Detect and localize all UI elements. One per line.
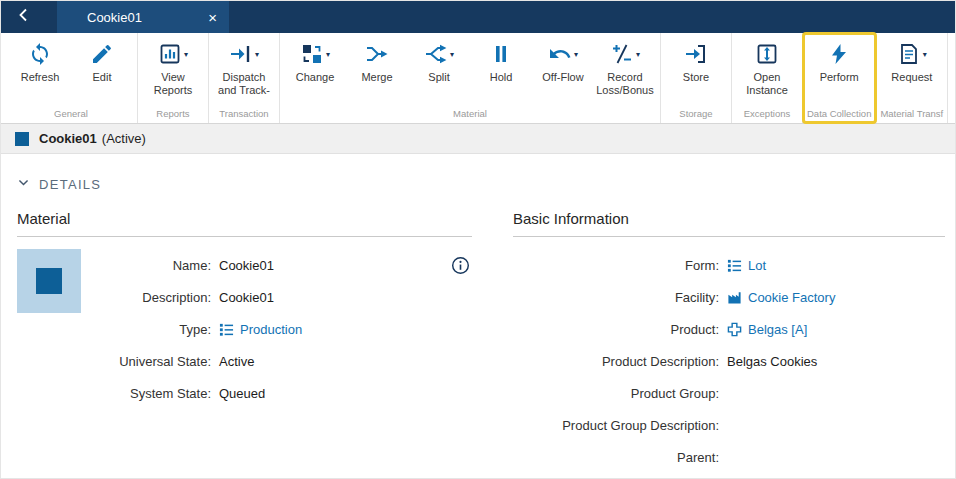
ribbon-group-caption: Material Transf bbox=[880, 106, 943, 123]
details-toggle[interactable]: DETAILS bbox=[17, 176, 127, 192]
ribbon-group-caption: Exceptions bbox=[744, 106, 790, 123]
open-instance-icon bbox=[755, 40, 779, 68]
product-description-label: Product Description bbox=[513, 354, 719, 369]
record-loss-bonus-button[interactable]: ▾Record Loss/Bonus bbox=[594, 33, 656, 97]
section-basic-information: Basic Information FormLotFacilityCookie … bbox=[513, 198, 945, 473]
material-image-square bbox=[36, 268, 62, 294]
ribbon: RefreshEditGeneral▾View ReportsReports▾D… bbox=[1, 33, 955, 124]
ribbon-button-label: Hold bbox=[490, 71, 513, 84]
ribbon-group-reports: ▾View ReportsReports bbox=[138, 33, 209, 123]
record-loss-bonus-icon: ▾ bbox=[610, 40, 640, 68]
fields-0: NameCookie01DescriptionCookie01TypeProdu… bbox=[99, 249, 472, 409]
ribbon-group-buttons: Store bbox=[665, 33, 727, 106]
field-row-form: FormLot bbox=[513, 249, 945, 281]
product-value[interactable]: Belgas [A] bbox=[727, 322, 807, 337]
instance-title: Cookie01 bbox=[39, 131, 97, 146]
chevron-down-icon bbox=[17, 176, 30, 192]
refresh-icon bbox=[28, 40, 52, 68]
list-icon bbox=[219, 322, 234, 337]
ribbon-group-data-collection: PerformData Collection bbox=[803, 33, 876, 123]
dropdown-caret-icon: ▾ bbox=[255, 50, 259, 59]
perform-icon bbox=[827, 40, 851, 68]
type-label: Type bbox=[99, 322, 211, 337]
merge-button[interactable]: Merge bbox=[346, 33, 408, 84]
product-label: Product bbox=[513, 322, 719, 337]
field-row-parent: Parent bbox=[513, 441, 945, 473]
ribbon-group-caption: Storage bbox=[679, 106, 712, 123]
field-row-universal-state: Universal StateActive bbox=[99, 345, 472, 377]
ribbon-group-transaction: ▾Dispatch and Track-Transaction bbox=[209, 33, 280, 123]
ribbon-group-buttons: Open Instance bbox=[736, 33, 798, 106]
section-material: Material NameCookie01DescriptionCookie01… bbox=[17, 198, 472, 473]
ribbon-button-label: Store bbox=[683, 71, 709, 84]
off-flow-button[interactable]: ▾Off-Flow bbox=[532, 33, 594, 84]
ribbon-group-general: RefreshEditGeneral bbox=[5, 33, 138, 123]
ribbon-button-label: Split bbox=[428, 71, 449, 84]
facility-link-text: Cookie Factory bbox=[748, 290, 835, 305]
ribbon-group-buttons: ▾Request bbox=[881, 33, 943, 106]
info-icon[interactable] bbox=[451, 256, 470, 279]
change-button[interactable]: ▾Change bbox=[284, 33, 346, 84]
hold-button[interactable]: Hold bbox=[470, 33, 532, 84]
dropdown-caret-icon: ▾ bbox=[574, 50, 578, 59]
view-reports-button[interactable]: ▾View Reports bbox=[142, 33, 204, 97]
field-row-type: TypeProduction bbox=[99, 313, 472, 345]
ribbon-group-exceptions: Open InstanceExceptions bbox=[732, 33, 803, 123]
product-icon bbox=[727, 322, 742, 337]
dropdown-caret-icon: ▾ bbox=[184, 50, 188, 59]
ribbon-button-label: Merge bbox=[361, 71, 392, 84]
ribbon-button-label: Change bbox=[296, 71, 335, 84]
refresh-button[interactable]: Refresh bbox=[9, 33, 71, 84]
chevron-left-icon bbox=[16, 7, 32, 27]
ribbon-group-buttons: ▾ChangeMerge▾SplitHold▾Off-Flow▾Record L… bbox=[284, 33, 656, 106]
perform-button[interactable]: Perform bbox=[808, 33, 870, 84]
description-value: Cookie01 bbox=[219, 290, 274, 305]
ribbon-button-label: Refresh bbox=[21, 71, 60, 84]
edit-button[interactable]: Edit bbox=[71, 33, 133, 84]
system-state-value: Queued bbox=[219, 386, 265, 401]
topbar: Cookie01 × bbox=[1, 1, 955, 33]
dispatch-and-track-button[interactable]: ▾Dispatch and Track- bbox=[213, 33, 275, 97]
edit-icon bbox=[90, 40, 114, 68]
field-row-description: DescriptionCookie01 bbox=[99, 281, 472, 313]
form-link-text: Lot bbox=[748, 258, 766, 273]
universal-state-value: Active bbox=[219, 354, 254, 369]
ribbon-group-caption: Material bbox=[453, 106, 487, 123]
facility-label: Facility bbox=[513, 290, 719, 305]
type-value[interactable]: Production bbox=[219, 322, 302, 337]
split-button[interactable]: ▾Split bbox=[408, 33, 470, 84]
description-label: Description bbox=[99, 290, 211, 305]
type-link-text: Production bbox=[240, 322, 302, 337]
form-label: Form bbox=[513, 258, 719, 273]
ribbon-group-buttons: ▾Dispatch and Track- bbox=[213, 33, 275, 106]
request-button[interactable]: ▾Request bbox=[881, 33, 943, 84]
instance-state: (Active) bbox=[102, 131, 146, 146]
change-icon: ▾ bbox=[300, 40, 330, 68]
ribbon-group-caption: General bbox=[54, 106, 88, 123]
split-icon: ▾ bbox=[424, 40, 454, 68]
back-button[interactable] bbox=[1, 1, 47, 33]
form-value[interactable]: Lot bbox=[727, 258, 766, 273]
close-icon[interactable]: × bbox=[208, 10, 217, 25]
material-body: NameCookie01DescriptionCookie01TypeProdu… bbox=[17, 249, 472, 409]
field-row-facility: FacilityCookie Factory bbox=[513, 281, 945, 313]
name-value: Cookie01 bbox=[219, 258, 274, 273]
ribbon-group-caption: Reports bbox=[156, 106, 189, 123]
ribbon-button-label: View Reports bbox=[142, 71, 204, 97]
store-button[interactable]: Store bbox=[665, 33, 727, 84]
ribbon-button-label: Perform bbox=[820, 71, 859, 84]
list-icon bbox=[727, 258, 742, 273]
ribbon-button-label: Record Loss/Bonus bbox=[594, 71, 656, 97]
facility-value[interactable]: Cookie Factory bbox=[727, 290, 835, 305]
hold-icon bbox=[489, 40, 513, 68]
field-row-product: ProductBelgas [A] bbox=[513, 313, 945, 345]
product-group-description-label: Product Group Description bbox=[513, 418, 719, 433]
open-instance-button[interactable]: Open Instance bbox=[736, 33, 798, 97]
section-title-basic-information: Basic Information bbox=[513, 198, 945, 237]
field-row-product-group: Product Group bbox=[513, 377, 945, 409]
material-image bbox=[17, 249, 81, 313]
tab-cookie01[interactable]: Cookie01 × bbox=[57, 1, 229, 33]
dropdown-caret-icon: ▾ bbox=[923, 50, 927, 59]
ribbon-button-label: Dispatch and Track- bbox=[213, 71, 275, 97]
content: DETAILS Material NameCookie01Description… bbox=[1, 176, 955, 473]
